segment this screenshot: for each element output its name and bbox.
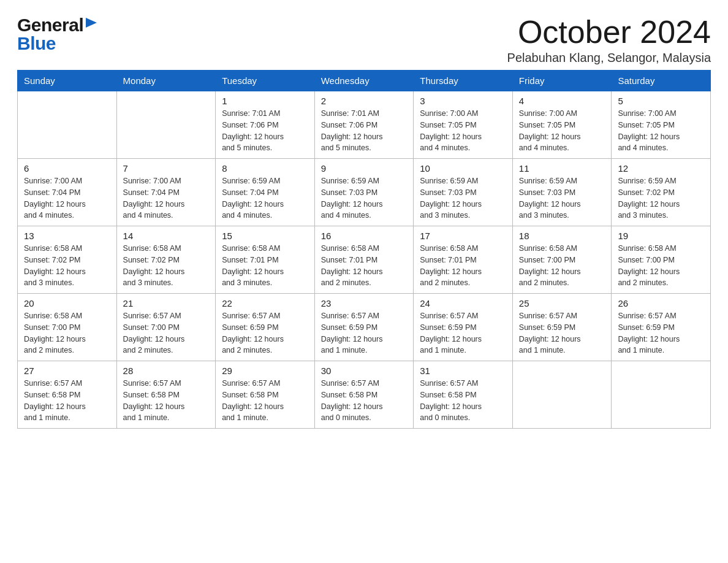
table-row: 18Sunrise: 6:58 AMSunset: 7:00 PMDayligh… [512,226,612,294]
table-row: 14Sunrise: 6:58 AMSunset: 7:02 PMDayligh… [116,226,216,294]
day-number: 4 [519,96,605,106]
day-number: 14 [123,231,210,241]
col-header-tuesday: Tuesday [216,71,315,91]
day-info: Sunrise: 6:57 AMSunset: 6:59 PMDaylight:… [519,310,605,356]
table-row: 9Sunrise: 6:59 AMSunset: 7:03 PMDaylight… [314,159,414,226]
day-info: Sunrise: 6:57 AMSunset: 6:59 PMDaylight:… [420,310,506,356]
day-number: 5 [618,96,704,106]
day-number: 8 [222,163,308,174]
table-row: 5Sunrise: 7:00 AMSunset: 7:05 PMDaylight… [612,91,711,159]
day-number: 30 [321,366,408,376]
day-number: 25 [519,298,605,308]
table-row: 29Sunrise: 6:57 AMSunset: 6:58 PMDayligh… [216,361,315,429]
table-row: 12Sunrise: 6:59 AMSunset: 7:02 PMDayligh… [612,159,711,226]
day-number: 26 [618,298,704,308]
calendar-table: SundayMondayTuesdayWednesdayThursdayFrid… [17,70,711,429]
day-number: 22 [222,298,308,308]
calendar-week-row: 6Sunrise: 7:00 AMSunset: 7:04 PMDaylight… [18,159,711,226]
logo: General Blue [17,15,98,54]
table-row: 26Sunrise: 6:57 AMSunset: 6:59 PMDayligh… [612,294,711,361]
day-number: 12 [618,163,704,174]
calendar-week-row: 13Sunrise: 6:58 AMSunset: 7:02 PMDayligh… [18,226,711,294]
table-row [512,361,612,429]
day-number: 2 [321,96,408,106]
month-title: October 2024 [507,15,711,50]
day-info: Sunrise: 6:59 AMSunset: 7:03 PMDaylight:… [519,175,605,221]
table-row: 7Sunrise: 7:00 AMSunset: 7:04 PMDaylight… [116,159,216,226]
day-info: Sunrise: 6:57 AMSunset: 6:59 PMDaylight:… [618,310,704,356]
location-title: Pelabuhan Klang, Selangor, Malaysia [507,51,711,65]
table-row: 28Sunrise: 6:57 AMSunset: 6:58 PMDayligh… [116,361,216,429]
day-number: 18 [519,231,605,241]
day-number: 7 [123,163,210,174]
day-number: 1 [222,96,308,106]
col-header-friday: Friday [512,71,612,91]
table-row: 23Sunrise: 6:57 AMSunset: 6:59 PMDayligh… [314,294,414,361]
day-number: 29 [222,366,308,376]
svg-marker-0 [86,18,97,28]
day-info: Sunrise: 6:57 AMSunset: 6:59 PMDaylight:… [321,310,408,356]
title-block: October 2024 Pelabuhan Klang, Selangor, … [507,15,711,65]
day-info: Sunrise: 7:01 AMSunset: 7:06 PMDaylight:… [321,108,408,154]
calendar-week-row: 1Sunrise: 7:01 AMSunset: 7:06 PMDaylight… [18,91,711,159]
table-row: 16Sunrise: 6:58 AMSunset: 7:01 PMDayligh… [314,226,414,294]
day-info: Sunrise: 6:58 AMSunset: 7:02 PMDaylight:… [123,243,210,289]
table-row: 19Sunrise: 6:58 AMSunset: 7:00 PMDayligh… [612,226,711,294]
day-info: Sunrise: 7:00 AMSunset: 7:05 PMDaylight:… [519,108,605,154]
logo-general-text: General [17,15,83,36]
day-info: Sunrise: 6:57 AMSunset: 6:59 PMDaylight:… [222,310,308,356]
table-row: 22Sunrise: 6:57 AMSunset: 6:59 PMDayligh… [216,294,315,361]
table-row: 27Sunrise: 6:57 AMSunset: 6:58 PMDayligh… [18,361,117,429]
table-row: 30Sunrise: 6:57 AMSunset: 6:58 PMDayligh… [314,361,414,429]
day-info: Sunrise: 7:00 AMSunset: 7:04 PMDaylight:… [123,175,210,221]
day-number: 13 [24,231,110,241]
table-row: 10Sunrise: 6:59 AMSunset: 7:03 PMDayligh… [414,159,513,226]
table-row: 3Sunrise: 7:00 AMSunset: 7:05 PMDaylight… [414,91,513,159]
day-number: 24 [420,298,506,308]
day-number: 15 [222,231,308,241]
logo-flag-icon [85,17,98,35]
day-number: 21 [123,298,210,308]
day-info: Sunrise: 6:59 AMSunset: 7:02 PMDaylight:… [618,175,704,221]
table-row [612,361,711,429]
day-info: Sunrise: 6:59 AMSunset: 7:04 PMDaylight:… [222,175,308,221]
day-number: 10 [420,163,506,174]
day-info: Sunrise: 6:58 AMSunset: 7:02 PMDaylight:… [24,243,110,289]
table-row: 6Sunrise: 7:00 AMSunset: 7:04 PMDaylight… [18,159,117,226]
table-row: 24Sunrise: 6:57 AMSunset: 6:59 PMDayligh… [414,294,513,361]
day-info: Sunrise: 6:57 AMSunset: 6:58 PMDaylight:… [123,378,210,424]
day-info: Sunrise: 6:58 AMSunset: 7:01 PMDaylight:… [222,243,308,289]
calendar-week-row: 27Sunrise: 6:57 AMSunset: 6:58 PMDayligh… [18,361,711,429]
day-info: Sunrise: 6:59 AMSunset: 7:03 PMDaylight:… [420,175,506,221]
day-number: 19 [618,231,704,241]
table-row [116,91,216,159]
day-info: Sunrise: 6:57 AMSunset: 6:58 PMDaylight:… [321,378,408,424]
table-row: 4Sunrise: 7:00 AMSunset: 7:05 PMDaylight… [512,91,612,159]
table-row: 21Sunrise: 6:57 AMSunset: 7:00 PMDayligh… [116,294,216,361]
page-header: General Blue October 2024 Pelabuhan Klan… [17,15,711,65]
day-number: 27 [24,366,110,376]
day-number: 9 [321,163,408,174]
day-info: Sunrise: 6:58 AMSunset: 7:01 PMDaylight:… [420,243,506,289]
col-header-sunday: Sunday [18,71,117,91]
day-number: 20 [24,298,110,308]
day-info: Sunrise: 6:57 AMSunset: 6:58 PMDaylight:… [222,378,308,424]
day-info: Sunrise: 6:58 AMSunset: 7:01 PMDaylight:… [321,243,408,289]
col-header-wednesday: Wednesday [314,71,414,91]
table-row: 2Sunrise: 7:01 AMSunset: 7:06 PMDaylight… [314,91,414,159]
table-row: 17Sunrise: 6:58 AMSunset: 7:01 PMDayligh… [414,226,513,294]
day-number: 6 [24,163,110,174]
calendar-header-row: SundayMondayTuesdayWednesdayThursdayFrid… [18,71,711,91]
col-header-monday: Monday [116,71,216,91]
table-row: 15Sunrise: 6:58 AMSunset: 7:01 PMDayligh… [216,226,315,294]
day-info: Sunrise: 6:57 AMSunset: 6:58 PMDaylight:… [24,378,110,424]
calendar-week-row: 20Sunrise: 6:58 AMSunset: 7:00 PMDayligh… [18,294,711,361]
day-number: 3 [420,96,506,106]
day-number: 17 [420,231,506,241]
col-header-saturday: Saturday [612,71,711,91]
col-header-thursday: Thursday [414,71,513,91]
day-info: Sunrise: 6:57 AMSunset: 6:58 PMDaylight:… [420,378,506,424]
day-number: 28 [123,366,210,376]
day-info: Sunrise: 6:58 AMSunset: 7:00 PMDaylight:… [24,310,110,356]
table-row: 13Sunrise: 6:58 AMSunset: 7:02 PMDayligh… [18,226,117,294]
